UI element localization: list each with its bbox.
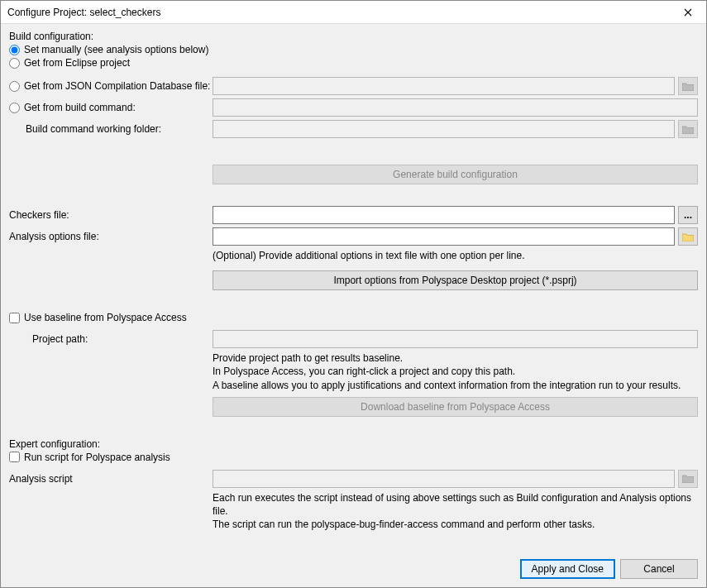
ellipsis-label: ... xyxy=(684,209,692,221)
use-baseline-checkbox-input[interactable] xyxy=(9,313,20,323)
project-path-input xyxy=(213,330,698,348)
radio-build-cmd[interactable]: Get from build command: xyxy=(9,102,136,113)
baseline-hint-1: Provide project path to get results base… xyxy=(213,351,698,365)
close-icon xyxy=(684,8,692,17)
analysis-options-input[interactable] xyxy=(213,227,675,246)
dialog-footer: Apply and Close Cancel xyxy=(1,552,706,587)
apply-and-close-button[interactable]: Apply and Close xyxy=(520,559,615,579)
folder-icon xyxy=(682,82,694,91)
radio-eclipse-input[interactable] xyxy=(9,58,20,69)
radio-set-manually-label: Set manually (see analysis options below… xyxy=(24,44,208,55)
build-config-header: Build configuration: xyxy=(9,31,93,42)
expert-hint-2: The script can run the polyspace-bug-fin… xyxy=(213,518,698,531)
radio-json-db-label: Get from JSON Compilation Database file: xyxy=(24,80,210,92)
checkers-file-ellipsis-button[interactable]: ... xyxy=(678,206,698,224)
import-options-label: Import options from Polyspace Desktop pr… xyxy=(333,275,576,286)
download-baseline-label: Download baseline from Polyspace Access xyxy=(361,401,550,413)
expert-hint-1: Each run executes the script instead of … xyxy=(213,491,698,518)
generate-build-config-label: Generate build configuration xyxy=(393,169,518,180)
analysis-options-label: Analysis options file: xyxy=(9,231,99,242)
use-baseline-label: Use baseline from Polyspace Access xyxy=(24,312,187,323)
radio-set-manually-input[interactable] xyxy=(9,45,20,55)
analysis-script-label: Analysis script xyxy=(9,473,73,485)
import-options-button[interactable]: Import options from Polyspace Desktop pr… xyxy=(213,270,698,290)
radio-set-manually[interactable]: Set manually (see analysis options below… xyxy=(9,44,208,55)
titlebar: Configure Project: select_checkers xyxy=(1,1,706,24)
download-baseline-button: Download baseline from Polyspace Access xyxy=(213,397,698,417)
json-db-browse-button xyxy=(678,77,698,95)
folder-icon xyxy=(682,232,694,241)
cancel-button[interactable]: Cancel xyxy=(620,559,698,579)
radio-eclipse-label: Get from Eclipse project xyxy=(24,57,130,69)
close-button[interactable] xyxy=(671,2,705,23)
build-cmd-input xyxy=(213,98,698,117)
checkers-file-label: Checkers file: xyxy=(9,209,69,221)
project-path-label: Project path: xyxy=(32,333,88,345)
analysis-script-browse-button xyxy=(678,470,698,488)
apply-and-close-label: Apply and Close xyxy=(532,563,604,575)
run-script-checkbox[interactable]: Run script for Polyspace analysis xyxy=(9,452,170,463)
analysis-script-input xyxy=(213,470,675,488)
baseline-hint-3: A baseline allows you to apply justifica… xyxy=(213,379,698,392)
expert-config-header: Expert configuration: xyxy=(9,438,100,450)
configure-project-dialog: Configure Project: select_checkers Build… xyxy=(0,0,707,588)
cancel-label: Cancel xyxy=(643,563,674,575)
generate-build-config-button: Generate build configuration xyxy=(213,165,698,184)
radio-json-db[interactable]: Get from JSON Compilation Database file: xyxy=(9,80,210,92)
build-cmd-folder-browse-button xyxy=(678,120,698,138)
run-script-label: Run script for Polyspace analysis xyxy=(24,452,170,463)
analysis-options-hint: (Optional) Provide additional options in… xyxy=(213,249,525,262)
folder-icon xyxy=(682,474,694,483)
run-script-checkbox-input[interactable] xyxy=(9,452,20,462)
json-db-file-input xyxy=(213,77,675,95)
radio-json-db-input[interactable] xyxy=(9,81,20,92)
analysis-options-browse-button[interactable] xyxy=(678,227,698,246)
radio-eclipse[interactable]: Get from Eclipse project xyxy=(9,57,130,69)
use-baseline-checkbox[interactable]: Use baseline from Polyspace Access xyxy=(9,312,187,323)
folder-icon xyxy=(682,125,694,134)
build-cmd-folder-input xyxy=(213,120,675,138)
radio-build-cmd-label: Get from build command: xyxy=(24,102,136,113)
checkers-file-input[interactable] xyxy=(213,206,675,224)
baseline-hint-2: In Polyspace Access, you can right-click… xyxy=(213,365,698,378)
build-cmd-folder-label: Build command working folder: xyxy=(26,123,161,135)
dialog-content: Build configuration: Set manually (see a… xyxy=(1,24,706,552)
radio-build-cmd-input[interactable] xyxy=(9,103,20,113)
window-title: Configure Project: select_checkers xyxy=(7,7,160,18)
